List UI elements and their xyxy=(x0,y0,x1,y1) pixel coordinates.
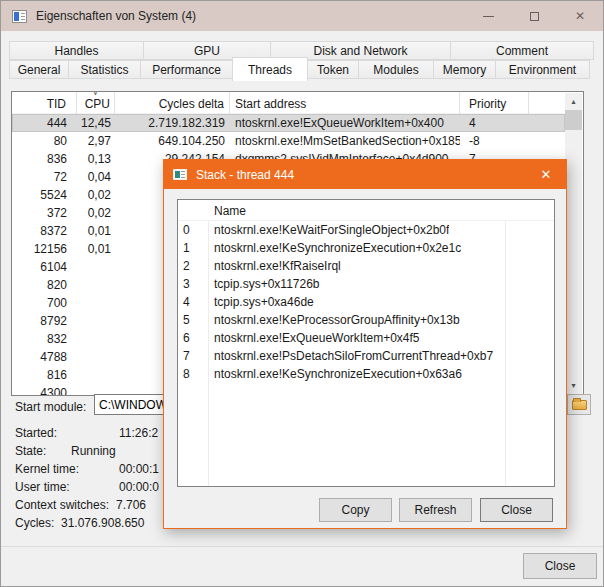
close-icon[interactable]: ✕ xyxy=(557,1,603,31)
frame-name: ntoskrnl.exe!KfRaiseIrql xyxy=(208,257,341,275)
cell-start-address: ntoskrnl.exe!ExQueueWorkItem+0x400 xyxy=(230,114,460,132)
frame-index: 6 xyxy=(178,329,208,347)
frame-name: ntoskrnl.exe!ExQueueWorkItem+0x4f5 xyxy=(208,329,420,347)
stack-frame-row[interactable]: 6 ntoskrnl.exe!ExQueueWorkItem+0x4f5 xyxy=(178,329,554,347)
tab-label: GPU xyxy=(194,44,220,58)
cell-priority: -8 xyxy=(460,132,529,150)
scrollbar-thumb[interactable] xyxy=(565,110,582,130)
frame-name: ntoskrnl.exe!KeProcessorGroupAffinity+0x… xyxy=(208,311,460,329)
dialog-title: Stack - thread 444 xyxy=(196,168,294,182)
tab-item[interactable]: Statistics xyxy=(68,60,141,79)
frame-name: ntoskrnl.exe!KeSynchronizeExecution+0x2e… xyxy=(208,239,461,257)
frame-name: tcpip.sys+0x11726b xyxy=(208,275,320,293)
stack-frame-row[interactable]: 8 ntoskrnl.exe!KeSynchronizeExecution+0x… xyxy=(178,365,554,383)
tab-item[interactable]: Modules xyxy=(358,60,434,79)
tab-label: Performance xyxy=(152,63,221,77)
cell-start-address: ntoskrnl.exe!MmSetBankedSection+0x1850 xyxy=(230,132,460,150)
detail-label: Cycles: xyxy=(15,516,54,530)
cell-tid: 5524 xyxy=(12,186,77,204)
titlebar: Eigenschaften von System (4) ✕ xyxy=(1,1,603,31)
browse-button[interactable] xyxy=(567,394,591,415)
stack-frames-list: Name 0 ntoskrnl.exe!KeWaitForSingleObjec… xyxy=(177,199,555,487)
stack-frames-rows: 0 ntoskrnl.exe!KeWaitForSingleObject+0x2… xyxy=(178,221,554,486)
maximize-button[interactable] xyxy=(511,1,557,31)
cell-cpu xyxy=(77,348,115,366)
dialog-titlebar: Stack - thread 444 ✕ xyxy=(164,160,566,189)
detail-label: User time: xyxy=(15,480,70,494)
tab-item[interactable]: Performance xyxy=(140,60,233,79)
stack-frame-row[interactable]: 5 ntoskrnl.exe!KeProcessorGroupAffinity+… xyxy=(178,311,554,329)
column-header-priority[interactable]: Priority xyxy=(460,92,529,114)
tab-label: Comment xyxy=(496,44,548,58)
stack-frame-row[interactable]: 2 ntoskrnl.exe!KfRaiseIrql xyxy=(178,257,554,275)
scroll-up-icon[interactable]: ▴ xyxy=(565,93,582,110)
frame-index: 0 xyxy=(178,221,208,239)
detail-label: Kernel time: xyxy=(15,462,79,476)
tab-item[interactable]: Environment xyxy=(495,60,590,79)
cell-tid: 80 xyxy=(12,132,77,150)
cell-cycles: 649.104.250 xyxy=(115,132,230,150)
column-header-cpu[interactable]: ∨CPU xyxy=(77,92,115,114)
tab-label: Disk and Network xyxy=(313,44,407,58)
tab-label: Modules xyxy=(373,63,418,77)
cell-cpu: 0,01 xyxy=(77,240,115,258)
cell-cycles: 2.719.182.319 xyxy=(115,114,230,132)
cell-tid: 72 xyxy=(12,168,77,186)
dialog-close-icon[interactable]: ✕ xyxy=(526,160,566,189)
tab-item[interactable]: Handles xyxy=(9,41,144,60)
detail-value: Running xyxy=(71,442,116,460)
tab-item[interactable]: Token xyxy=(307,60,359,79)
window-title: Eigenschaften von System (4) xyxy=(36,9,196,23)
dialog-button[interactable]: Close xyxy=(480,498,553,522)
thread-row[interactable]: 444 12,45 2.719.182.319 ntoskrnl.exe!ExQ… xyxy=(12,114,565,132)
frame-index: 7 xyxy=(178,347,208,365)
tab-label: General xyxy=(18,63,61,77)
column-header-start-address[interactable]: Start address xyxy=(230,92,460,114)
stack-frame-row[interactable]: 1 ntoskrnl.exe!KeSynchronizeExecution+0x… xyxy=(178,239,554,257)
column-header-tid[interactable]: TID xyxy=(12,92,77,114)
column-header-name[interactable]: Name xyxy=(178,200,554,221)
detail-value: 11:26:2 xyxy=(119,424,158,442)
maximize-icon xyxy=(530,12,539,21)
frame-index: 8 xyxy=(178,365,208,383)
frame-index: 4 xyxy=(178,293,208,311)
minimize-button[interactable] xyxy=(465,1,511,31)
cell-tid: 8372 xyxy=(12,222,77,240)
stack-frame-row[interactable]: 7 ntoskrnl.exe!PsDetachSiloFromCurrentTh… xyxy=(178,347,554,365)
vertical-scrollbar[interactable]: ▴ ▾ xyxy=(565,93,582,394)
cell-cpu: 0,01 xyxy=(77,222,115,240)
tab-label: Handles xyxy=(54,44,98,58)
tab-item[interactable]: Comment xyxy=(450,41,594,60)
column-header-cycles[interactable]: Cycles delta xyxy=(115,92,230,114)
dialog-app-icon xyxy=(173,169,187,180)
detail-value: 00:00:1 xyxy=(119,460,159,478)
dialog-button[interactable]: Copy xyxy=(319,498,392,522)
footer-divider xyxy=(1,546,603,547)
tab-item[interactable]: General xyxy=(9,60,69,79)
cell-tid: 820 xyxy=(12,276,77,294)
stack-frame-row[interactable]: 0 ntoskrnl.exe!KeWaitForSingleObject+0x2… xyxy=(178,221,554,239)
dialog-button-label: Refresh xyxy=(414,503,456,517)
cell-tid: 444 xyxy=(12,114,77,132)
frame-name: ntoskrnl.exe!KeWaitForSingleObject+0x2b0… xyxy=(208,221,449,239)
cell-tid: 836 xyxy=(12,150,77,168)
stack-frame-row[interactable]: 4 tcpip.sys+0xa46de xyxy=(178,293,554,311)
app-icon xyxy=(12,10,27,23)
threads-list-header: TID ∨CPU Cycles delta Start address Prio… xyxy=(12,92,565,114)
tab-strip-row2: GeneralStatisticsPerformanceThreadsToken… xyxy=(9,60,597,79)
cell-cpu: 0,02 xyxy=(77,204,115,222)
tab-item[interactable]: Threads xyxy=(232,57,308,81)
tab-item[interactable]: Memory xyxy=(433,60,496,79)
cell-cpu xyxy=(77,330,115,348)
cell-tid: 4300 xyxy=(12,384,77,395)
cell-cpu xyxy=(77,294,115,312)
cell-cpu xyxy=(77,258,115,276)
stack-frame-row[interactable]: 3 tcpip.sys+0x11726b xyxy=(178,275,554,293)
cell-cpu: 0,13 xyxy=(77,150,115,168)
properties-window: Eigenschaften von System (4) ✕ HandlesGP… xyxy=(0,0,604,587)
close-button[interactable]: Close xyxy=(523,553,597,579)
thread-row[interactable]: 80 2,97 649.104.250 ntoskrnl.exe!MmSetBa… xyxy=(12,132,565,150)
dialog-button[interactable]: Refresh xyxy=(399,498,472,522)
scroll-down-icon[interactable]: ▾ xyxy=(565,377,582,394)
frame-index: 2 xyxy=(178,257,208,275)
